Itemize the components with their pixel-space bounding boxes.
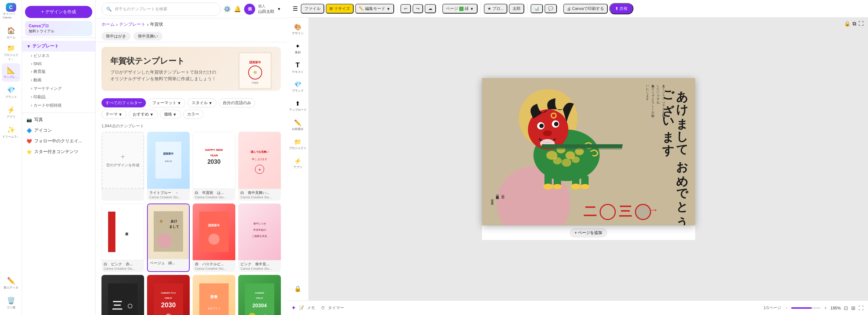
resize-button[interactable]: ⊞ リサイズ xyxy=(326,4,354,14)
filter-btn-theme[interactable]: テーマ ▼ xyxy=(101,110,126,119)
zoom-plus-icon[interactable]: ＋ xyxy=(824,305,828,311)
breadcrumb-templates[interactable]: テンプレート xyxy=(119,21,146,28)
category-sub-video[interactable]: › 動画 xyxy=(22,76,95,84)
expand-canvas-icon[interactable]: ⛶ xyxy=(858,21,864,27)
tool-lock[interactable]: 🔒 xyxy=(289,280,307,297)
sidebar-item-trash[interactable]: 🗑️ ゴミ箱 xyxy=(2,294,20,312)
template-card-empty[interactable]: + 空のデザインを作成 xyxy=(101,132,144,201)
category-item-starred[interactable]: ⭐ スター付きコンテンツ xyxy=(22,146,95,157)
magic-icon[interactable]: ✦ xyxy=(291,304,296,311)
tool-upload[interactable]: ⬆ アップロード xyxy=(289,97,307,115)
template-card-4[interactable]: 謹賀新年 白 ピンク 赤... Canva Creative Stu... xyxy=(101,203,144,272)
canva-logo[interactable]: C キャンバ Canva xyxy=(3,3,19,19)
filter-btn-all[interactable]: すべてのフィルター xyxy=(101,98,146,107)
canvas-card[interactable]: あけまして おめでとう ございます 大きくジャンプできる一年にしたいですね本年も… xyxy=(482,78,695,225)
category-header-templates[interactable]: ▼ テンプレート xyxy=(22,41,95,52)
svg-point-70 xyxy=(553,184,562,189)
fullscreen-icon[interactable]: ⛶ xyxy=(858,305,864,311)
tool-apps[interactable]: ⚡ アプリ xyxy=(289,155,307,172)
card-label-1: ライトブルー － Canva Creative Stu... xyxy=(147,189,190,201)
template-card-2[interactable]: HAPPY NEW YEAR 2030 白 年賀状 は... Canva Cre… xyxy=(193,132,235,201)
template-count: 1,844点のテンプレート xyxy=(101,122,281,132)
template-card-7[interactable]: 喪中につき 年末年始の ご挨拶を失礼 ピンク 喪中見... Canva Crea… xyxy=(238,203,281,272)
chart-button[interactable]: 📊 xyxy=(531,4,543,13)
print-button[interactable]: 🖨 Canvaで印刷する xyxy=(563,4,608,14)
svg-point-71 xyxy=(571,184,581,190)
avatar[interactable]: 個 xyxy=(244,4,255,15)
filter-btn-style[interactable]: スタイル ▼ xyxy=(187,98,217,107)
zoom-slider[interactable] xyxy=(791,307,821,309)
sidebar-item-apps[interactable]: ⚡ アプリ xyxy=(2,103,20,121)
category-item-icons[interactable]: 🔷 アイコン xyxy=(22,125,95,136)
template-card-11[interactable]: CHEERS GReaT 20304 ? CHEERS GReaT 20304 xyxy=(238,275,281,315)
settings-icon[interactable]: ⚙️ xyxy=(224,6,231,13)
main-content: 🔍 何千ものテンプレートを検索 ⚙️ 🔔 個 個人 山田太郎 ▼ ホーム › テ… xyxy=(96,0,287,315)
trash-icon: 🗑️ xyxy=(7,297,15,305)
redo-button[interactable]: ↪ xyxy=(412,4,423,13)
add-page-button[interactable]: + ページを追加 xyxy=(570,228,607,237)
bell-icon[interactable]: 🔔 xyxy=(234,6,241,13)
category-sub-business[interactable]: › ビジネス xyxy=(22,52,95,60)
category-item-photos[interactable]: 📷 写真 xyxy=(22,114,95,125)
memo-label[interactable]: メモ xyxy=(307,305,315,311)
grid-view-icon[interactable]: ⊞ xyxy=(851,305,856,311)
lock-canvas-icon[interactable]: 🔒 xyxy=(844,21,850,27)
template-card-3[interactable]: 謹んでお見舞い 申し上げます ❄ 白 喪中見舞い... Canva Creati… xyxy=(238,132,281,201)
timer-label[interactable]: タイマー xyxy=(328,305,344,311)
filter-btn-recommended[interactable]: おすすめ ▼ xyxy=(129,110,158,119)
share-button[interactable]: ⬆ 共有 xyxy=(609,3,633,14)
tool-drawing[interactable]: ✏️ お絵描き xyxy=(289,116,307,134)
pro-banner[interactable]: Canvaプロ 無料トライアル xyxy=(25,21,92,36)
sidebar-item-new-editor[interactable]: ✏️ 新エディタ xyxy=(2,274,20,292)
canvas-wrapper: あけまして おめでとう ございます 大きくジャンプできる一年にしたいですね本年も… xyxy=(482,78,695,240)
sidebar-item-templates[interactable]: 📐 テンプレ... xyxy=(2,63,20,82)
filter-tab-mochu[interactable]: 喪中はがき xyxy=(101,32,131,40)
sidebar-item-home[interactable]: 🏠 ホーム xyxy=(2,24,20,42)
sidebar-item-brand[interactable]: 💎 ブランド xyxy=(2,83,20,102)
fit-screen-icon[interactable]: ⊡ xyxy=(844,305,848,311)
editor-toolbar: ☰ ファイル ⊞ リサイズ ✏️ 編集モード ▼ ↩ ↪ ☁ ページ 緑 ▼ ★… xyxy=(287,0,868,18)
category-sub-sns[interactable]: › SNS xyxy=(22,60,95,67)
filter-btn-color[interactable]: カラー xyxy=(183,110,203,119)
canvas-area[interactable]: 🔒 ⧉ ⛶ xyxy=(309,18,868,300)
template-card-9[interactable]: CHEERS TO A GREAT 2030 CHEERS TO A GREAT… xyxy=(147,275,190,315)
category-sub-print[interactable]: › 印刷品 xyxy=(22,93,95,101)
create-design-button[interactable]: + デザインを作成 xyxy=(25,6,92,18)
category-item-following[interactable]: ❤️ フォロー中のクリエイ... xyxy=(22,136,95,146)
template-card-6[interactable]: 謹賀新年 赤 パステルビ... Canva Creative Stu... xyxy=(193,203,235,272)
search-bar[interactable]: 🔍 何千ものテンプレートを検索 xyxy=(101,3,221,16)
template-card-1[interactable]: 謹賀新年 令和六年 ライトブルー － Canva Creative Stu... xyxy=(147,132,190,201)
comment-button[interactable]: 💬 xyxy=(544,4,557,13)
category-sub-cards[interactable]: › カードや招待状 xyxy=(22,101,95,110)
user-button[interactable]: 太郎 xyxy=(509,4,524,14)
filter-btn-format[interactable]: フォーマット ▼ xyxy=(148,98,185,107)
sidebar-item-dreamlab[interactable]: ✨ ドリームラ... xyxy=(2,123,20,141)
template-card-8[interactable]: 三 ○ 三○ Canva Creative Stu... xyxy=(101,275,144,315)
chevron-down-icon[interactable]: ▼ xyxy=(277,7,281,11)
tool-project[interactable]: 📁 プロジェクト xyxy=(289,135,307,153)
page-button[interactable]: ページ 緑 ▼ xyxy=(442,4,478,14)
hero-title: 年賀状テンプレート xyxy=(110,56,216,67)
sidebar-item-projects[interactable]: 📁 プロジェクト... xyxy=(2,43,20,62)
tool-design[interactable]: 🎨 デザイン xyxy=(289,21,307,38)
breadcrumb-home[interactable]: ホーム xyxy=(101,21,115,28)
template-card-5[interactable]: あけ まして 🦁 ベージュ 緑... xyxy=(147,203,190,272)
filter-btn-language[interactable]: 自分の言語のみ xyxy=(219,98,255,107)
zoom-minus-icon[interactable]: － xyxy=(784,305,788,311)
cloud-button[interactable]: ☁ xyxy=(425,4,436,13)
pro-button[interactable]: ★ プロ... xyxy=(484,4,507,14)
template-card-10[interactable]: 新春 おめでとう ございます 新春 xyxy=(193,275,235,315)
tool-elements[interactable]: ✦ 素材 xyxy=(289,40,307,57)
card-label-7: ピンク 喪中見... Canva Creative Stu... xyxy=(238,260,281,272)
undo-button[interactable]: ↩ xyxy=(400,4,411,13)
duplicate-canvas-icon[interactable]: ⧉ xyxy=(853,21,856,27)
category-sub-marketing[interactable]: › マーケティング xyxy=(22,84,95,93)
tool-text[interactable]: T テキスト xyxy=(289,59,307,77)
filter-btn-price[interactable]: 価格 ▼ xyxy=(160,110,181,119)
filter-tab-mimai[interactable]: 喪中見舞い xyxy=(133,32,162,40)
menu-icon[interactable]: ☰ xyxy=(291,4,299,14)
edit-mode-button[interactable]: ✏️ 編集モード ▼ xyxy=(355,4,394,14)
category-sub-education[interactable]: › 教育版 xyxy=(22,67,95,76)
file-button[interactable]: ファイル xyxy=(301,4,324,14)
tool-brand[interactable]: 💎 ブランド xyxy=(289,78,307,96)
